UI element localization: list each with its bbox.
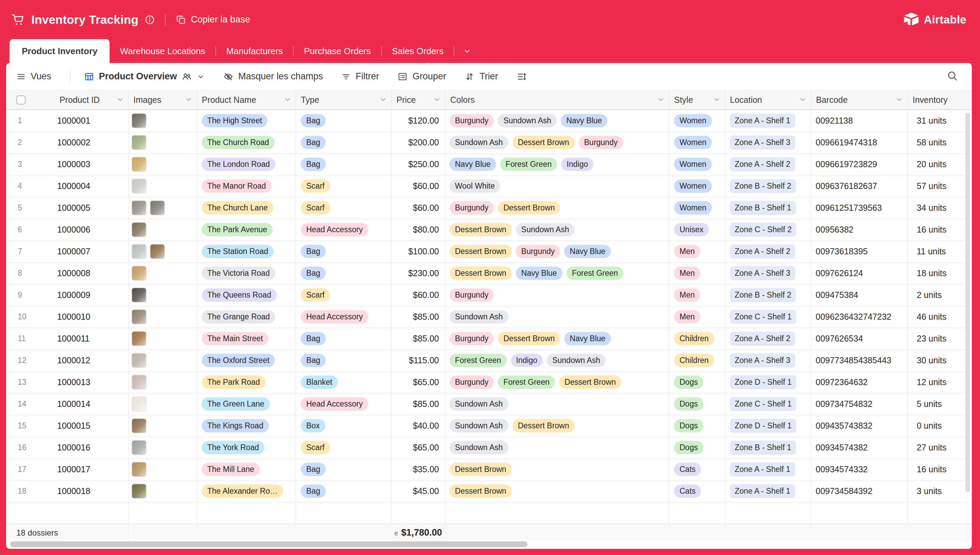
images-cell[interactable] xyxy=(129,132,197,153)
column-header-barcode[interactable]: Barcode xyxy=(811,90,908,109)
image-thumbnail[interactable] xyxy=(131,157,147,172)
tab-product-inventory[interactable]: Product Inventory xyxy=(10,39,110,63)
images-cell[interactable] xyxy=(129,372,197,393)
column-header-colors[interactable]: Colors xyxy=(445,90,669,109)
vertical-scrollbar[interactable] xyxy=(966,113,970,492)
images-cell[interactable] xyxy=(129,219,197,241)
image-thumbnail[interactable] xyxy=(150,244,165,259)
table-row[interactable]: 5 1000005 The Church Lane Scarf $60.00 B… xyxy=(6,197,972,219)
column-chevron-icon[interactable] xyxy=(799,95,806,105)
images-cell[interactable] xyxy=(129,350,197,371)
column-chevron-icon[interactable] xyxy=(896,95,903,105)
airtable-logo[interactable]: Airtable xyxy=(903,12,966,27)
images-cell[interactable] xyxy=(129,480,197,502)
column-chevron-icon[interactable] xyxy=(185,95,192,105)
table-row[interactable]: 2 1000002 The Church Road Bag $200.00 Su… xyxy=(6,132,972,154)
price-summary[interactable]: e $1,780.00 xyxy=(346,528,442,538)
tab-purchase-orders[interactable]: Purchase Orders xyxy=(294,39,381,63)
image-thumbnail[interactable] xyxy=(131,135,147,150)
images-cell[interactable] xyxy=(129,306,197,327)
table-row[interactable]: 11 1000011 The Main Street Bag $85.00 Bu… xyxy=(6,328,972,350)
table-row[interactable]: 14 1000014 The Green Lane Head Accessory… xyxy=(6,393,972,415)
view-switcher-button[interactable]: Product Overview xyxy=(84,71,205,82)
image-thumbnail[interactable] xyxy=(131,266,147,281)
info-icon[interactable] xyxy=(145,14,155,25)
row-height-button[interactable] xyxy=(516,72,527,82)
images-cell[interactable] xyxy=(129,437,197,458)
column-header-location[interactable]: Location xyxy=(725,90,811,109)
table-row[interactable]: 6 1000006 The Park Avenue Head Accessory… xyxy=(6,219,972,241)
table-row[interactable]: 4 1000004 The Manor Road Scarf $60.00 Wo… xyxy=(6,175,972,197)
table-row[interactable]: 10 1000010 The Grange Road Head Accessor… xyxy=(6,306,972,328)
column-header-images[interactable]: Images xyxy=(129,90,197,109)
images-cell[interactable] xyxy=(129,393,197,415)
image-thumbnail[interactable] xyxy=(131,440,147,455)
image-thumbnail[interactable] xyxy=(131,483,147,499)
image-thumbnail[interactable] xyxy=(131,287,147,303)
image-thumbnail[interactable] xyxy=(131,396,147,412)
copy-base-button[interactable]: Copier la base xyxy=(176,14,250,25)
select-all-checkbox[interactable] xyxy=(16,95,26,104)
table-row[interactable]: 9 1000009 The Queens Road Scarf $60.00 B… xyxy=(6,284,972,306)
image-thumbnail[interactable] xyxy=(131,462,147,477)
images-cell[interactable] xyxy=(129,175,197,197)
column-header-product-id[interactable]: Product ID xyxy=(6,90,129,109)
images-cell[interactable] xyxy=(129,197,197,218)
image-thumbnail[interactable] xyxy=(131,222,147,237)
location-chip: Zone C - Shelf 1 xyxy=(730,310,796,324)
empty-row[interactable] xyxy=(6,502,972,524)
more-tables-chevron-icon[interactable] xyxy=(454,39,480,63)
image-thumbnail[interactable] xyxy=(131,353,147,368)
images-cell[interactable] xyxy=(129,241,197,262)
column-chevron-icon[interactable] xyxy=(284,95,291,105)
table-row[interactable]: 18 1000018 The Alexander Ro… Bag $45.00 … xyxy=(6,480,972,502)
product-name-cell: The Oxford Street xyxy=(197,350,296,371)
table-row[interactable]: 13 1000013 The Park Road Blanket $65.00 … xyxy=(6,372,972,393)
column-chevron-icon[interactable] xyxy=(117,95,123,105)
tab-manufacturers[interactable]: Manufacturers xyxy=(216,39,293,63)
image-thumbnail[interactable] xyxy=(131,375,147,390)
column-header-style[interactable]: Style xyxy=(669,90,725,109)
table-row[interactable]: 17 1000017 The Mill Lane Bag $35.00 Dess… xyxy=(6,459,972,480)
search-button[interactable] xyxy=(946,70,958,83)
image-thumbnail[interactable] xyxy=(131,244,147,259)
table-row[interactable]: 7 1000007 The Station Road Bag $100.00 D… xyxy=(6,241,972,263)
column-header-price[interactable]: Price xyxy=(392,90,445,109)
sort-button[interactable]: Trier xyxy=(464,71,498,82)
horizontal-scrollbar[interactable] xyxy=(10,541,528,547)
images-cell[interactable] xyxy=(129,110,197,132)
tab-sales-orders[interactable]: Sales Orders xyxy=(382,39,454,63)
image-thumbnail[interactable] xyxy=(131,178,147,194)
views-button[interactable]: Vues xyxy=(16,71,51,82)
filter-button[interactable]: Filtrer xyxy=(341,71,379,82)
image-thumbnail[interactable] xyxy=(131,418,147,433)
table-row[interactable]: 1 1000001 The High Street Bag $120.00 Bu… xyxy=(6,110,972,132)
image-thumbnail[interactable] xyxy=(131,113,147,128)
group-button[interactable]: Grouper xyxy=(397,71,446,82)
image-thumbnail[interactable] xyxy=(131,331,147,346)
column-chevron-icon[interactable] xyxy=(657,95,664,105)
column-chevron-icon[interactable] xyxy=(433,95,440,105)
table-row[interactable]: 8 1000008 The Victoria Road Bag $230.00 … xyxy=(6,263,972,284)
table-row[interactable]: 12 1000012 The Oxford Street Bag $115.00… xyxy=(6,350,972,372)
image-thumbnail[interactable] xyxy=(131,309,147,324)
color-pill: Sundown Ash xyxy=(516,223,575,236)
images-cell[interactable] xyxy=(129,459,197,480)
images-cell[interactable] xyxy=(129,328,197,349)
image-thumbnail[interactable] xyxy=(131,200,147,215)
hide-fields-button[interactable]: Masquer les champs xyxy=(223,71,323,82)
column-chevron-icon[interactable] xyxy=(380,95,387,105)
tab-warehouse-locations[interactable]: Warehouse Locations xyxy=(110,39,216,63)
images-cell[interactable] xyxy=(129,284,197,306)
column-header-inventory[interactable]: Inventory xyxy=(908,90,972,109)
table-row[interactable]: 16 1000016 The York Road Scarf $65.00 Su… xyxy=(6,437,972,459)
column-chevron-icon[interactable] xyxy=(713,95,720,105)
images-cell[interactable] xyxy=(129,415,197,436)
column-header-product-name[interactable]: Product Name xyxy=(197,90,296,109)
column-header-type[interactable]: Type xyxy=(296,90,392,109)
table-row[interactable]: 15 1000015 The Kings Road Box $40.00 Sun… xyxy=(6,415,972,437)
images-cell[interactable] xyxy=(129,263,197,284)
images-cell[interactable] xyxy=(129,154,197,175)
image-thumbnail[interactable] xyxy=(150,200,165,215)
table-row[interactable]: 3 1000003 The London Road Bag $250.00 Na… xyxy=(6,154,972,175)
